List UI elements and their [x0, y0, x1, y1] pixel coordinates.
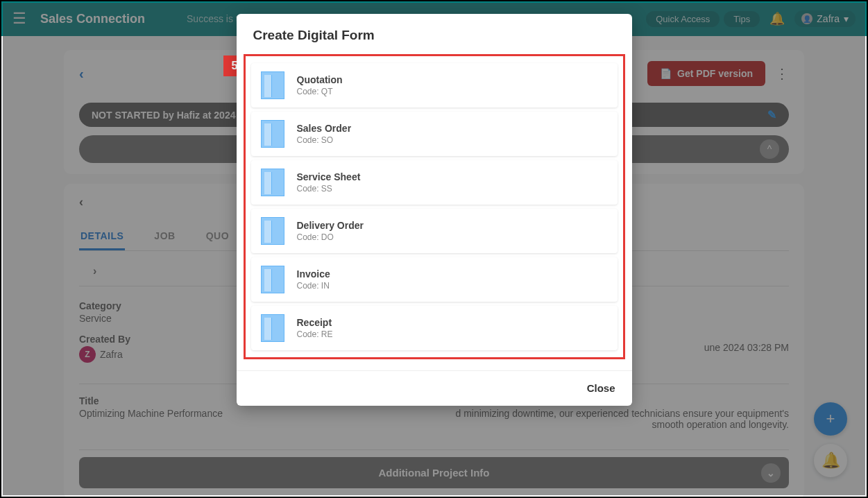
form-type-list: Quotation Code: QT Sales Order Code: SO … — [244, 54, 625, 359]
form-item-code: Code: SS — [297, 184, 361, 194]
form-item-title: Sales Order — [297, 123, 352, 134]
form-item-code: Code: QT — [297, 87, 343, 96]
create-digital-form-modal: Create Digital Form Quotation Code: QT S… — [237, 14, 632, 406]
form-item-receipt[interactable]: Receipt Code: RE — [251, 306, 618, 350]
form-item-service-sheet[interactable]: Service Sheet Code: SS — [251, 160, 618, 205]
form-item-title: Receipt — [297, 317, 333, 328]
form-item-code: Code: DO — [297, 232, 364, 242]
form-item-title: Invoice — [297, 268, 330, 280]
document-icon — [261, 120, 284, 148]
form-item-invoice[interactable]: Invoice Code: IN — [251, 257, 618, 302]
form-item-sales-order[interactable]: Sales Order Code: SO — [251, 112, 618, 156]
form-item-quotation[interactable]: Quotation Code: QT — [251, 63, 618, 108]
document-icon — [261, 266, 284, 293]
close-button[interactable]: Close — [587, 382, 615, 394]
form-item-code: Code: IN — [297, 281, 330, 291]
form-item-title: Delivery Order — [297, 220, 364, 231]
document-icon — [261, 71, 284, 99]
document-icon — [261, 314, 284, 342]
modal-title: Create Digital Form — [237, 14, 632, 51]
form-item-code: Code: RE — [297, 329, 333, 339]
document-icon — [261, 169, 284, 196]
form-item-code: Code: SO — [297, 135, 352, 145]
form-item-delivery-order[interactable]: Delivery Order Code: DO — [251, 209, 618, 253]
form-item-title: Service Sheet — [297, 171, 361, 182]
document-icon — [261, 217, 284, 245]
form-item-title: Quotation — [297, 74, 343, 85]
